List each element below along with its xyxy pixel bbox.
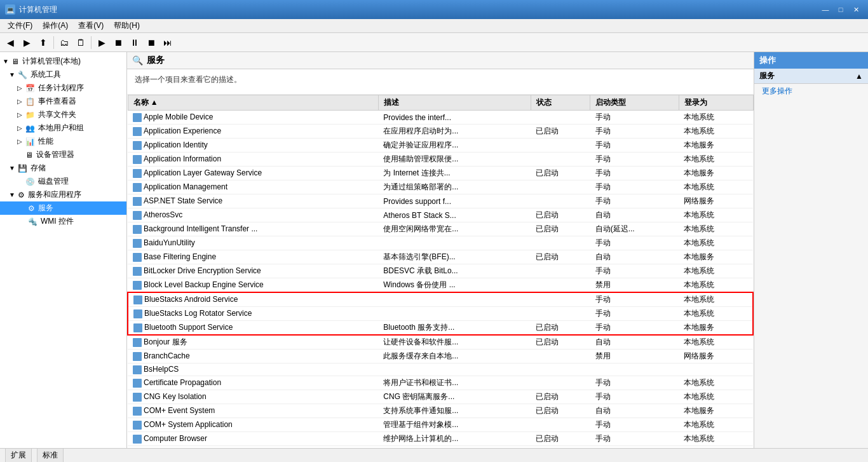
service-status-cell: 已启动 <box>531 431 590 445</box>
service-starttype-cell: 禁用 <box>590 278 679 293</box>
table-row[interactable]: Base Filtering Engine基本筛选引擎(BFE)...已启动自动… <box>128 250 753 264</box>
menu-help[interactable]: 帮助(H) <box>109 19 145 32</box>
table-row[interactable]: Application Management为通过组策略部署的...手动本地系统 <box>128 180 753 194</box>
service-loginas-cell: 本地系统 <box>679 390 753 404</box>
more-actions-link[interactable]: 更多操作 <box>754 84 868 99</box>
table-row[interactable]: AtherosSvcAtheros BT Stack S...已启动自动本地系统 <box>128 208 753 222</box>
service-name-cell: Application Information <box>128 153 378 166</box>
tree-item-systools[interactable]: ▼ 🔧 系统工具 <box>0 68 126 81</box>
table-row[interactable]: BlueStacks Log Rotator Service手动本地系统 <box>128 307 753 321</box>
toolbar-show-hide[interactable]: 🗂 <box>57 35 72 50</box>
service-name-cell: BlueStacks Android Service <box>128 292 378 307</box>
col-loginas[interactable]: 登录为 <box>679 95 753 111</box>
tab-standard[interactable]: 标准 <box>37 448 64 462</box>
table-row[interactable]: ASP.NET State ServiceProvides support f.… <box>128 194 753 208</box>
service-desc-cell: 让硬件设备和软件服... <box>378 335 531 350</box>
service-loginas-cell: 网络服务 <box>679 350 753 363</box>
toolbar-start[interactable]: ▶ <box>94 35 109 50</box>
toolbar-up[interactable]: ⬆ <box>36 35 51 50</box>
service-loginas-cell <box>679 363 753 376</box>
toolbar-stop[interactable]: ⏹ <box>111 35 126 50</box>
status-bar: 扩展 标准 <box>0 448 868 462</box>
table-row[interactable]: Computer Browser维护网络上计算机的...已启动手动本地系统 <box>128 431 753 445</box>
toolbar-restart[interactable]: ⏭ <box>160 35 175 50</box>
tree-item-localusers[interactable]: ▷ 👥 本地用户和组 <box>0 121 126 135</box>
tree-arrow-6: ▷ <box>15 125 24 132</box>
table-row[interactable]: BitLocker Drive Encryption ServiceBDESVC… <box>128 264 753 278</box>
tree-item-svcapps[interactable]: ▼ ⚙ 服务和应用程序 <box>0 188 126 201</box>
col-status[interactable]: 状态 <box>531 95 590 111</box>
menu-view[interactable]: 查看(V) <box>73 19 109 32</box>
table-row[interactable]: Apple Mobile DeviceProvides the interf..… <box>128 111 753 125</box>
service-loginas-cell: 本地系统 <box>679 335 753 350</box>
table-row[interactable]: Bluetooth Support ServiceBluetooth 服务支持.… <box>128 321 753 336</box>
table-row[interactable]: COM+ System Application管理基于组件对象模...手动本地系… <box>128 418 753 431</box>
service-starttype-cell: 手动 <box>590 418 679 431</box>
col-desc[interactable]: 描述 <box>378 95 531 111</box>
app-icon: 💻 <box>5 4 15 15</box>
col-starttype[interactable]: 启动类型 <box>590 95 679 111</box>
right-panel-section-arrow[interactable]: ▲ <box>855 72 863 81</box>
tree-item-sharedfolder[interactable]: ▷ 📁 共享文件夹 <box>0 108 126 121</box>
service-starttype-cell: 自动 <box>590 335 679 350</box>
service-loginas-cell: 本地系统 <box>679 445 753 448</box>
service-desc-cell: 为 Internet 连接共... <box>378 166 531 180</box>
search-icon: 🔍 <box>132 55 143 65</box>
tree-item-devicemgr[interactable]: 🖥 设备管理器 <box>0 148 126 161</box>
table-row[interactable]: BsHelpCS <box>128 363 753 376</box>
toolbar-sep1 <box>53 36 54 49</box>
tree-label-scheduler: 任务计划程序 <box>38 83 84 93</box>
table-row[interactable]: Application Identity确定并验证应用程序...手动本地服务 <box>128 139 753 153</box>
right-panel: 操作 服务 ▲ 更多操作 <box>754 52 868 448</box>
tree-item-services[interactable]: ⚙ 服务 <box>0 201 126 215</box>
table-row[interactable]: BaiduYunUtility手动本地系统 <box>128 236 753 250</box>
toolbar-forward[interactable]: ▶ <box>19 35 34 50</box>
toolbar-resume[interactable]: ⏹ <box>144 35 159 50</box>
tree-item-wmi[interactable]: 🔩 WMI 控件 <box>0 215 126 228</box>
table-row[interactable]: Application Layer Gateway Service为 Inter… <box>128 166 753 180</box>
table-row[interactable]: Application Experience在应用程序启动时为...已启动手动本… <box>128 125 753 139</box>
menu-action[interactable]: 操作(A) <box>37 19 73 32</box>
tree-item-eventviewer[interactable]: ▷ 📋 事件查看器 <box>0 95 126 108</box>
service-starttype-cell <box>590 363 679 376</box>
tree-item-scheduler[interactable]: ▷ 📅 任务计划程序 <box>0 81 126 95</box>
tree-arrow-3: ▷ <box>15 85 24 92</box>
service-name-cell: CNG Key Isolation <box>128 390 378 404</box>
service-starttype-cell: 手动 <box>590 390 679 404</box>
right-panel-title: 操作 <box>754 52 868 69</box>
service-starttype-cell: 手动 <box>590 153 679 166</box>
service-table-wrapper[interactable]: 名称 ▲ 描述 状态 启动类型 登录为 Apple Mobile DeviceP… <box>127 95 754 448</box>
service-status-cell: 已启动 <box>531 390 590 404</box>
tree-label-systools: 系统工具 <box>31 69 61 80</box>
table-row[interactable]: BranchCache此服务缓存来自本地...禁用网络服务 <box>128 350 753 363</box>
table-row[interactable]: Certificate Propagation将用户证书和根证书...手动本地系… <box>128 376 753 390</box>
maximize-button[interactable]: □ <box>834 3 848 16</box>
service-starttype-cell: 手动 <box>590 376 679 390</box>
menu-file[interactable]: 文件(F) <box>3 19 37 32</box>
tree-item-computer[interactable]: ▼ 🖥 计算机管理(本地) <box>0 55 126 68</box>
table-row[interactable]: CNG Key IsolationCNG 密钥隔离服务...已启动手动本地系统 <box>128 390 753 404</box>
table-row[interactable]: Background Intelligent Transfer ...使用空闲网… <box>128 222 753 236</box>
table-row[interactable]: BlueStacks Android Service手动本地系统 <box>128 292 753 307</box>
tree-item-diskmgr[interactable]: 💿 磁盘管理 <box>0 175 126 188</box>
toolbar-properties[interactable]: 🗒 <box>73 35 88 50</box>
col-name[interactable]: 名称 ▲ <box>128 95 378 111</box>
service-starttype-cell: 自动 <box>590 250 679 264</box>
minimize-button[interactable]: — <box>818 3 832 16</box>
table-row[interactable]: Bonjour 服务让硬件设备和软件服...已启动自动本地系统 <box>128 335 753 350</box>
table-row[interactable]: COM+ Event System支持系统事件通知服...已启动自动本地服务 <box>128 404 753 418</box>
tab-expand[interactable]: 扩展 <box>5 448 32 462</box>
table-row[interactable]: Credential Manager为用户、应用程序和...手动本地系统 <box>128 445 753 448</box>
close-button[interactable]: ✕ <box>849 3 863 16</box>
table-row[interactable]: Application Information使用辅助管理权限便...手动本地系… <box>128 153 753 166</box>
service-starttype-cell: 手动 <box>590 431 679 445</box>
toolbar-back[interactable]: ◀ <box>3 35 18 50</box>
tree-item-storage[interactable]: ▼ 💾 存储 <box>0 161 126 175</box>
service-name-cell: BsHelpCS <box>128 363 378 376</box>
service-desc-cell: 为用户、应用程序和... <box>378 445 531 448</box>
tree-item-performance[interactable]: ▷ 📊 性能 <box>0 135 126 148</box>
service-status-cell <box>531 194 590 208</box>
service-name-cell: ASP.NET State Service <box>128 194 378 208</box>
toolbar-pause[interactable]: ⏸ <box>127 35 142 50</box>
table-row[interactable]: Block Level Backup Engine ServiceWindows… <box>128 278 753 293</box>
